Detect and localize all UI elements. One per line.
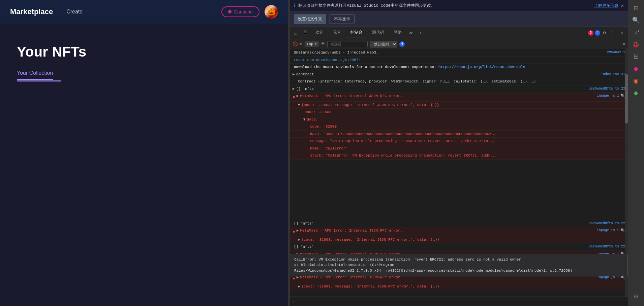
badge-warnings[interactable]: 4 bbox=[595, 30, 600, 36]
console-text-contract: contract bbox=[296, 72, 597, 77]
avatar-emoji: 🎃 bbox=[267, 8, 276, 16]
console-text-innerstack: stack: "CallError: VM Exception while pr… bbox=[310, 153, 625, 159]
learn-more-link[interactable]: 了解更多信息 bbox=[594, 3, 618, 8]
more-options-icon[interactable]: ⋮ bbox=[609, 29, 617, 37]
error-sub-1-stack: stack: "CallError: VM Exception while pr… bbox=[290, 152, 628, 160]
console-text-innerdata: data: "0x08c379a000000000000000000000000… bbox=[310, 131, 625, 137]
error-sub-2-obj: ▶ {code: -32603, message: 'Internal JSON… bbox=[290, 236, 628, 244]
tab-console[interactable]: 控制台 bbox=[346, 28, 367, 37]
nav-create[interactable]: Create bbox=[66, 9, 83, 15]
error-sub-1-innercode: code: -32000 bbox=[290, 123, 628, 131]
vscode-icon-debug[interactable]: 🐞 bbox=[631, 39, 641, 50]
error-dot-1: ● bbox=[293, 94, 295, 101]
contract-expand-arrow[interactable]: ▶ bbox=[293, 72, 295, 77]
data-expand-arrow[interactable]: ▼ bbox=[303, 117, 306, 123]
tooltip-line3: Files\WindowsApps\GanacheUI_2.7.0.0_x64_… bbox=[294, 268, 623, 274]
vscode-icon-search[interactable]: 🔍 bbox=[631, 15, 641, 26]
log-line-devtools-download: Download the React DevTools for a better… bbox=[290, 64, 628, 71]
chevron-down-icon: ▾ bbox=[315, 42, 317, 46]
error-sub-1-innerdata: data: "0x08c379a000000000000000000000000… bbox=[290, 131, 628, 138]
top-label: top bbox=[307, 42, 313, 46]
error-line-2: ● ▶ MetaMask - RPC Error: Internal JSON-… bbox=[290, 227, 628, 236]
ganache-button[interactable]: Ganache bbox=[221, 6, 259, 17]
error-sub-4-obj: ▶ {code: -32603, message: 'Internal JSON… bbox=[290, 283, 628, 291]
vscode-icon-extra[interactable]: ◆ bbox=[631, 88, 641, 98]
info-close-button[interactable]: ✕ bbox=[621, 3, 624, 8]
ganache-label: Ganache bbox=[234, 9, 253, 14]
console-text-data: data: bbox=[307, 117, 625, 123]
log-line-react-dom: react-dom.development.js:29574 bbox=[290, 57, 628, 64]
tooltip-line1: CallError: VM Exception while processing… bbox=[294, 257, 623, 263]
log-level-select[interactable]: 默认级别 全部级别 详细 信息 警告 错误 bbox=[370, 41, 397, 47]
log-line-nfts-2: [] 'nfts' useOwnedNfts.ts:22 bbox=[290, 220, 628, 228]
avatar[interactable]: 🎃 bbox=[265, 5, 278, 19]
console-text-innermsg: message: "VM Exception while processing … bbox=[310, 138, 625, 144]
tab-sources[interactable]: 源代码 bbox=[368, 28, 388, 37]
console-text-error-sub-obj: {code: -32603, message: 'Internal JSON-R… bbox=[302, 102, 625, 108]
prompt-arrow: › bbox=[293, 300, 295, 304]
source-ref-index[interactable]: index.tsx:41 bbox=[597, 72, 625, 77]
tab-welcome[interactable]: 欢迎 bbox=[311, 28, 328, 37]
react-devtools-link[interactable]: https://reactjs.org/link/react-devtools bbox=[438, 65, 525, 69]
error-sub-expand[interactable]: ▼ bbox=[298, 102, 300, 108]
log-line-contract-detail: Contract {interface: Interface, provider… bbox=[290, 78, 628, 86]
context-selector[interactable]: top ▾ bbox=[305, 41, 319, 47]
vscode-icon-git[interactable]: ⎇ bbox=[631, 27, 641, 38]
settings-icon[interactable]: ⚙ bbox=[602, 29, 607, 37]
search-icon-2[interactable]: 🔍 bbox=[620, 228, 625, 234]
vscode-icon-highlighted[interactable]: ◆ bbox=[631, 63, 641, 74]
source-ref-nfts-1[interactable]: useOwnedNfts.ts:22 bbox=[585, 86, 625, 91]
nfts-expand-arrow[interactable]: ▶ bbox=[293, 86, 295, 92]
eye-icon[interactable]: 👁 bbox=[321, 41, 325, 46]
error-expand-1[interactable]: ▶ bbox=[297, 93, 299, 99]
console-text-nfts: [] 'nfts' bbox=[296, 86, 585, 92]
source-ref-error-2[interactable]: inpage.js:1 bbox=[593, 228, 619, 233]
error-sub-1-code: code: -32603 bbox=[290, 109, 628, 116]
console-text-innername: name: "CallError" bbox=[310, 146, 625, 151]
source-ref-nfts-2[interactable]: useOwnedNfts.ts:22 bbox=[585, 221, 625, 226]
console-text-error-sub-2: {code: -32603, message: 'Internal JSON-R… bbox=[302, 237, 625, 243]
console-source-link[interactable]: react-dom.development.js:29574 bbox=[294, 57, 625, 63]
badge-errors[interactable]: 5 bbox=[588, 30, 593, 36]
page-title: Your NFTs bbox=[17, 44, 271, 60]
source-ref-vm[interactable]: VM54042:1 bbox=[604, 50, 625, 55]
console-badge-count: 4 bbox=[399, 41, 405, 47]
tab-network[interactable]: 网络 bbox=[390, 28, 406, 37]
dt-icon-inspect[interactable]: ⬚ bbox=[293, 29, 299, 37]
dt-icon-device[interactable]: 📱 bbox=[301, 29, 310, 37]
console-text-error-2: MetaMask - RPC Error: Internal JSON-RPC … bbox=[300, 228, 593, 234]
error-sub-1-obj: ▼ {code: -32603, message: 'Internal JSON… bbox=[290, 102, 628, 109]
error-line-1: ● ▶ MetaMask - RPC Error: Internal JSON-… bbox=[290, 93, 628, 102]
clear-console-icon[interactable]: 🚫 bbox=[293, 41, 298, 47]
collection-tab[interactable]: Your Collection bbox=[17, 70, 53, 80]
tab-elements[interactable]: 元素 bbox=[329, 28, 345, 37]
console-text-metamask: @metamask/legacy-web3 - Injected web3. bbox=[294, 50, 604, 56]
filter-input[interactable] bbox=[327, 41, 368, 47]
error-expand-2[interactable]: ▶ bbox=[297, 228, 299, 234]
console-settings-icon[interactable]: ⚙ bbox=[623, 42, 625, 46]
error-sub-1-name: name: "CallError" bbox=[290, 145, 628, 152]
dismiss-button[interactable]: 不再显示 bbox=[330, 14, 355, 24]
filter-icon[interactable]: ⊘ bbox=[300, 41, 303, 47]
console-text-error-1: MetaMask - RPC Error: Internal JSON-RPC … bbox=[300, 93, 593, 99]
log-line-metamask-web3: @metamask/legacy-web3 - Injected web3. V… bbox=[290, 49, 628, 57]
source-ref-error-1[interactable]: inpage.js:1 bbox=[593, 93, 619, 98]
log-line-nfts-1: ▶ [] 'nfts' useOwnedNfts.ts:22 bbox=[290, 86, 628, 93]
vscode-icon-files[interactable]: ⊞ bbox=[631, 3, 641, 13]
vscode-icon-user[interactable]: ◉ bbox=[631, 75, 641, 86]
error-sub-1-message: message: "VM Exception while processing … bbox=[290, 138, 628, 145]
vscode-icon-extensions[interactable]: ⊞ bbox=[631, 51, 641, 62]
source-ref-nfts-3[interactable]: useOwnedNfts.ts:22 bbox=[585, 244, 625, 249]
console-text-nfts-2: [] 'nfts' bbox=[294, 221, 585, 227]
console-input[interactable] bbox=[297, 299, 625, 304]
nav-logo[interactable]: Marketplace bbox=[10, 7, 53, 16]
close-devtools-button[interactable]: ✕ bbox=[618, 29, 625, 37]
search-icon-1[interactable]: 🔍 bbox=[620, 93, 625, 99]
console-text-nfts-3: [] 'nfts' bbox=[294, 244, 585, 250]
tab-new[interactable]: ＋ bbox=[417, 29, 424, 37]
setup-root-button[interactable]: 设置根文件夹 bbox=[294, 14, 326, 24]
info-text: 标识项目的根文件夹以打开Visual Studio Code中的源文件并同步更改… bbox=[298, 3, 591, 8]
console-text-contract-detail: Contract {interface: Interface, provider… bbox=[298, 79, 625, 84]
vscode-icon-settings[interactable]: ⚙ bbox=[631, 291, 641, 302]
tab-more[interactable]: ≫ bbox=[407, 29, 415, 36]
